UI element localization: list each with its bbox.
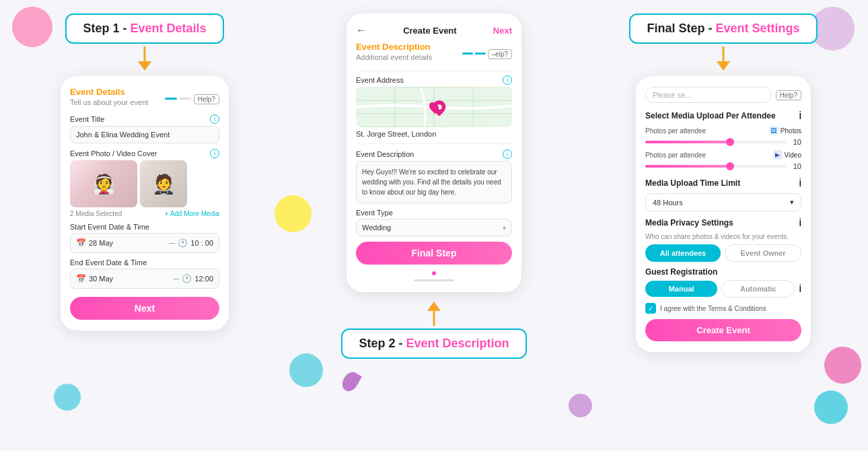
hours-dropdown[interactable]: 48 Hours ▾ (645, 193, 801, 211)
svg-point-9 (437, 104, 442, 110)
time-limit-info-icon[interactable]: i (799, 177, 801, 189)
next-button-step1[interactable]: Next (70, 297, 219, 320)
event-type-dropdown[interactable]: Wedding ▾ (356, 219, 512, 236)
privacy-toggle-row: All attendees Event Owner (645, 244, 801, 262)
final-step-button[interactable]: Final Step (356, 242, 512, 265)
start-date-row[interactable]: 📅 28 May – 🕐 10 : 00 (70, 233, 219, 253)
step2-phone: ← Create Event Next Event Description Ad… (347, 13, 521, 292)
photos-slider-thumb[interactable] (726, 138, 734, 146)
privacy-section: Media Privacy Settings i Who can share p… (645, 217, 801, 262)
guest-automatic-btn[interactable]: Automatic (721, 280, 795, 298)
svg-marker-1 (138, 61, 151, 71)
step2-phone-title: Create Event (403, 26, 456, 36)
hours-dropdown-arrow: ▾ (790, 198, 794, 207)
create-event-button[interactable]: Create Event (645, 319, 801, 341)
video-badge-icon: ▶ (773, 150, 783, 160)
step2-help-btn[interactable]: –elp? (488, 49, 512, 59)
privacy-title: Media Privacy Settings (645, 218, 733, 228)
media-upload-info-icon[interactable]: i (799, 110, 801, 122)
start-date-value: 28 May (89, 239, 166, 247)
end-clock-icon: 🕐 (182, 274, 192, 283)
add-more-media-btn[interactable]: + Add More Media (165, 210, 219, 217)
step1-progress-1 (165, 98, 177, 100)
end-date-label: End Event Date & Time (70, 258, 219, 267)
media-upload-section: Select Media Upload Per Attendee i Photo… (645, 110, 801, 170)
step1-help-btn[interactable]: Help? (194, 94, 219, 104)
media-upload-title-row: Select Media Upload Per Attendee i (645, 110, 801, 122)
search-input[interactable]: Please se... (645, 87, 772, 103)
video-slider-thumb[interactable] (726, 162, 734, 170)
terms-checkbox[interactable]: ✓ (645, 303, 656, 314)
event-photo-info-icon[interactable]: i (210, 149, 219, 158)
photos-slider-track[interactable] (645, 141, 787, 143)
start-calendar-icon: 📅 (76, 238, 86, 248)
video-per-attendee-row: Photos per attendee ▶ Video (645, 150, 801, 160)
end-calendar-icon: 📅 (76, 274, 86, 283)
guest-reg-info-icon[interactable]: i (799, 283, 801, 295)
step1-section-title: Event Details (70, 87, 148, 97)
end-date-value: 30 May (89, 275, 171, 283)
address-info-icon[interactable]: i (503, 75, 512, 85)
start-date-label: Start Event Date & Time (70, 223, 219, 231)
photos-badge: 🖼 Photos (769, 126, 801, 135)
step2-progress-2 (475, 53, 486, 55)
step1-section-subtitle: Tell us about your event (70, 98, 148, 106)
page: Step 1 - Event Details Event Details Tel… (0, 0, 868, 451)
photo-badge-icon: 🖼 (769, 126, 779, 135)
step2-header: Step 2 - Event Description (341, 328, 526, 359)
video-slider-fill (645, 165, 730, 168)
col-step2: ← Create Event Next Event Description Ad… (289, 0, 579, 451)
step2-header-text: Step 2 - (359, 337, 406, 350)
media-count: 2 Media Selected (70, 210, 122, 217)
step2-progress-1 (462, 53, 473, 55)
step2-header-accent: Event Description (406, 337, 509, 350)
video-slider-track[interactable] (645, 165, 787, 168)
video-badge: ▶ Video (773, 150, 801, 160)
photos-per-attendee-row: Photos per attendee 🖼 Photos (645, 126, 801, 135)
step3-header-accent: Event Settings (715, 22, 799, 35)
step1-arrow-down (135, 46, 154, 73)
privacy-owner-btn[interactable]: Event Owner (725, 244, 801, 262)
media-footer: 2 Media Selected + Add More Media (70, 210, 219, 217)
step2-topbar: ← Create Event Next (356, 24, 512, 36)
col-step1: Step 1 - Event Details Event Details Tel… (0, 0, 289, 451)
guest-reg-row: Manual Automatic i (645, 280, 801, 298)
photos-label: Photos per attendee (645, 127, 706, 135)
col-step3: Final Step - Event Settings Please se...… (579, 0, 868, 451)
step3-header-text: Final Step - (647, 22, 715, 35)
privacy-subtitle: Who can share photos & videos for your e… (645, 233, 801, 240)
dot-1 (432, 271, 436, 275)
address-value: St. Jorge Street, London (356, 130, 512, 144)
privacy-all-attendees-btn[interactable]: All attendees (645, 244, 721, 262)
step1-header: Step 1 - Event Details (65, 13, 223, 44)
step3-header: Final Step - Event Settings (629, 13, 817, 44)
photos-slider-fill (645, 141, 730, 143)
step3-phone: Please se... Help? Select Media Upload P… (636, 76, 811, 352)
guest-reg-title: Guest Registration (645, 267, 801, 277)
step1-phone: Event Details Tell us about your event H… (61, 76, 229, 331)
privacy-info-icon[interactable]: i (799, 217, 801, 229)
event-title-input[interactable]: John & Elina Wedding Event (70, 126, 219, 143)
next-button-step2[interactable]: Next (493, 26, 512, 36)
step3-help-btn[interactable]: Help? (776, 90, 801, 100)
event-title-info-icon[interactable]: i (210, 114, 219, 124)
map-view[interactable] (356, 87, 512, 127)
search-row: Please se... Help? (645, 87, 801, 103)
photos-slider-value: 10 (791, 138, 801, 146)
address-label: Event Address i (356, 75, 512, 85)
end-date-row[interactable]: 📅 30 May – 🕐 12:00 (70, 269, 219, 289)
start-clock-icon: 🕐 (178, 238, 188, 248)
event-desc-info-icon[interactable]: i (503, 149, 512, 159)
time-limit-title: Media Upload Time Limit (645, 178, 740, 188)
step2-arrow-up (425, 296, 443, 326)
guest-reg-section: Guest Registration Manual Automatic i (645, 267, 801, 298)
phone-dots (356, 271, 512, 275)
wedding-photo-1 (70, 160, 137, 207)
terms-text: I agree with the Terms & Conditions (660, 305, 766, 312)
guest-manual-btn[interactable]: Manual (645, 281, 717, 297)
photos-badge-text: Photos (781, 127, 801, 135)
wedding-photo-2 (140, 160, 187, 207)
start-time-value: 10 : 00 (190, 239, 213, 247)
back-button[interactable]: ← (356, 24, 367, 36)
map-svg (356, 87, 512, 127)
